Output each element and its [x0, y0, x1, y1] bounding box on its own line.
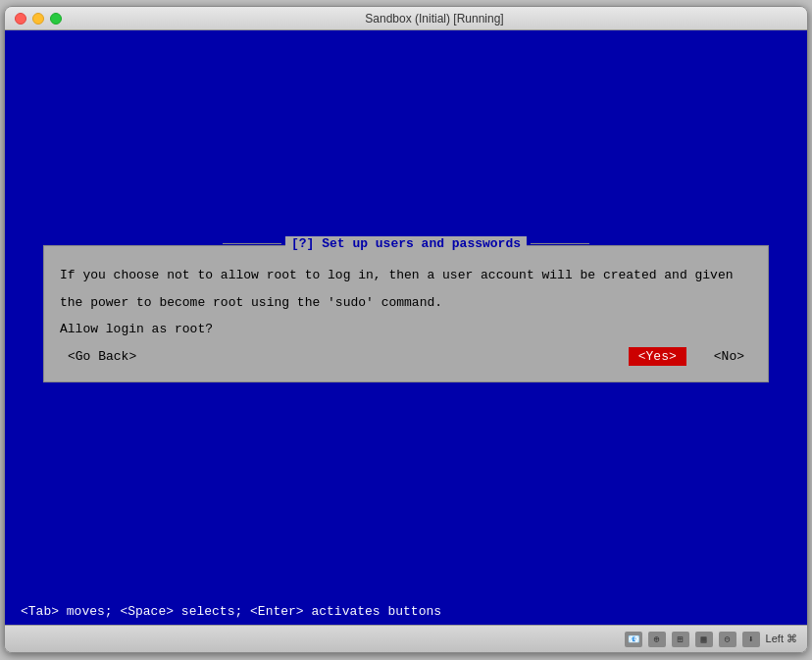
toolbar-icon-4: ▦ — [695, 632, 713, 647]
body-line1: If you choose not to allow root to log i… — [60, 266, 752, 285]
status-text: <Tab> moves; <Space> selects; <Enter> ac… — [21, 604, 441, 619]
dialog-buttons: <Go Back> <Yes> <No> — [60, 347, 752, 366]
toolbar-icon-2: ⊕ — [648, 632, 666, 647]
title-line-left — [223, 243, 281, 244]
close-button[interactable] — [15, 13, 26, 25]
dialog-body: If you choose not to allow root to log i… — [60, 266, 752, 339]
no-button[interactable]: <No> — [706, 347, 752, 366]
main-window: Sandbox (Initial) [Running] [?] Set up u… — [4, 6, 808, 653]
bottom-toolbar: 📧 ⊕ ⊞ ▦ ⊝ ⬇ Left ⌘ — [5, 625, 807, 652]
maximize-button[interactable] — [50, 13, 62, 25]
buttons-right: <Yes> <No> — [629, 347, 752, 366]
blue-area: [?] Set up users and passwords If you ch… — [5, 30, 807, 597]
window-title: Sandbox (Initial) [Running] — [72, 12, 797, 25]
dialog-title-bar: [?] Set up users and passwords — [223, 236, 589, 251]
toolbar-icon-5: ⊝ — [719, 632, 736, 647]
minimize-button[interactable] — [32, 13, 44, 25]
title-line-right — [531, 243, 589, 244]
go-back-button[interactable]: <Go Back> — [60, 347, 144, 366]
toolbar-text: Left ⌘ — [766, 633, 797, 645]
toolbar-icon-3: ⊞ — [672, 632, 689, 647]
main-content: [?] Set up users and passwords If you ch… — [5, 30, 807, 625]
dialog-title: [?] Set up users and passwords — [285, 236, 527, 251]
body-line2: the power to become root using the 'sudo… — [60, 293, 752, 313]
dialog-box: [?] Set up users and passwords If you ch… — [43, 245, 769, 382]
toolbar-icon-6: ⬇ — [742, 632, 760, 647]
titlebar: Sandbox (Initial) [Running] — [5, 7, 807, 30]
toolbar-icon-1: 📧 — [625, 632, 642, 647]
dialog-question: Allow login as root? — [60, 320, 752, 339]
status-bar: <Tab> moves; <Space> selects; <Enter> ac… — [5, 597, 807, 625]
traffic-lights — [15, 13, 62, 25]
yes-button[interactable]: <Yes> — [629, 347, 686, 366]
